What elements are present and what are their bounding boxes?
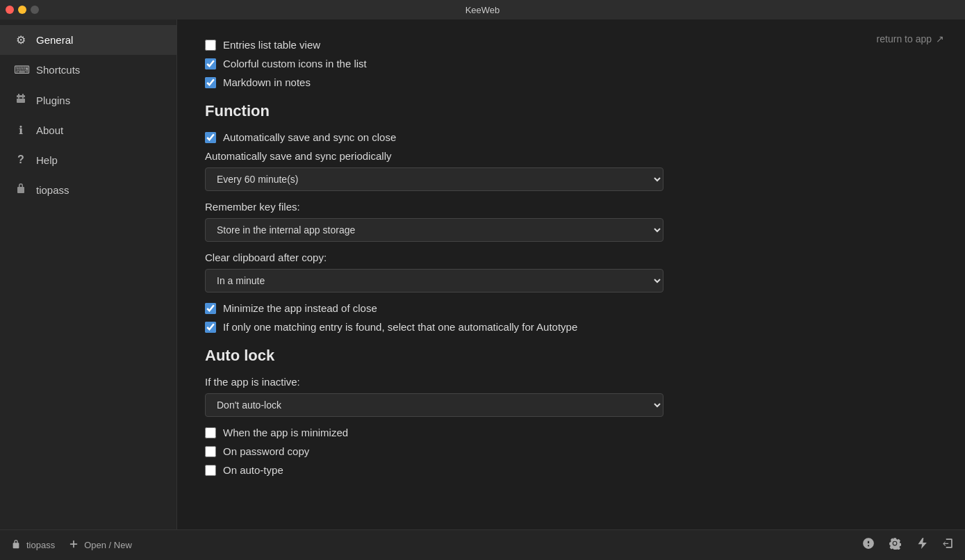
lock-auto-type-label: On auto-type xyxy=(223,464,283,476)
minimize-button[interactable] xyxy=(18,6,26,14)
sidebar-label-tiopass: tiopass xyxy=(36,184,69,196)
checkbox-minimize-instead-close: Minimize the app instead of close xyxy=(205,302,937,314)
clear-clipboard-select[interactable]: In a minute Never After 30 seconds After… xyxy=(205,269,663,293)
titlebar: KeeWeb xyxy=(0,0,965,19)
remember-key-files-field: Remember key files: Store in the interna… xyxy=(205,201,937,242)
autotype-single-match-checkbox[interactable] xyxy=(205,322,216,333)
bottom-lock-icon xyxy=(11,539,21,551)
bolt-bottom-icon[interactable] xyxy=(915,537,927,553)
exit-bottom-icon[interactable] xyxy=(941,537,954,553)
markdown-notes-checkbox[interactable] xyxy=(205,77,216,88)
bottom-open-new-label: Open / New xyxy=(84,540,132,550)
auto-save-periodic-label: Automatically save and sync periodically xyxy=(205,150,937,162)
sidebar-item-help[interactable]: ? Help xyxy=(0,145,176,174)
checkbox-lock-auto-type: On auto-type xyxy=(205,464,937,476)
remember-key-files-label: Remember key files: xyxy=(205,201,937,213)
help-icon: ? xyxy=(14,154,28,166)
about-icon: ℹ xyxy=(14,124,28,137)
checkbox-entries-list-table-view: Entries list table view xyxy=(205,39,937,51)
lock-icon xyxy=(14,183,28,197)
inactive-select[interactable]: Don't auto-lock After 1 minute After 5 m… xyxy=(205,393,663,417)
auto-save-periodic-field: Automatically save and sync periodically… xyxy=(205,150,937,191)
bottom-plus-icon xyxy=(69,539,79,551)
checkbox-auto-save-sync-close: Automatically save and sync on close xyxy=(205,131,937,143)
checkbox-lock-password-copy: On password copy xyxy=(205,445,937,457)
sidebar-item-shortcuts[interactable]: ⌨ Shortcuts xyxy=(0,55,176,85)
bottom-left-section: tiopass Open / New xyxy=(11,539,132,551)
auto-lock-heading: Auto lock xyxy=(205,347,937,365)
function-section: Function Automatically save and sync on … xyxy=(205,102,937,333)
auto-save-sync-close-label: Automatically save and sync on close xyxy=(223,131,396,143)
minimize-instead-close-label: Minimize the app instead of close xyxy=(223,302,377,314)
lock-minimized-label: When the app is minimized xyxy=(223,427,348,438)
colorful-icons-checkbox[interactable] xyxy=(205,58,216,69)
checkbox-colorful-icons: Colorful custom icons in the list xyxy=(205,58,937,69)
return-to-app-button[interactable]: return to app ↗ xyxy=(877,33,944,44)
auto-save-sync-close-checkbox[interactable] xyxy=(205,132,216,143)
inactive-field: If the app is inactive: Don't auto-lock … xyxy=(205,376,937,417)
sidebar-label-about: About xyxy=(36,124,63,136)
main-layout: ⚙ General ⌨ Shortcuts Plugins ℹ About xyxy=(0,19,965,529)
traffic-lights xyxy=(6,6,39,14)
sidebar-item-general[interactable]: ⚙ General xyxy=(0,25,176,55)
clear-clipboard-field: Clear clipboard after copy: In a minute … xyxy=(205,252,937,293)
lock-password-copy-label: On password copy xyxy=(223,445,309,457)
shortcuts-icon: ⌨ xyxy=(14,63,28,76)
lock-password-copy-checkbox[interactable] xyxy=(205,446,216,457)
colorful-icons-label: Colorful custom icons in the list xyxy=(223,58,367,69)
entries-list-table-view-checkbox[interactable] xyxy=(205,40,216,51)
checkbox-lock-minimized: When the app is minimized xyxy=(205,427,937,438)
function-heading: Function xyxy=(205,102,937,120)
sidebar-item-plugins[interactable]: Plugins xyxy=(0,85,176,115)
sidebar-label-help: Help xyxy=(36,154,58,166)
plugins-icon xyxy=(14,93,28,107)
return-to-app-label: return to app xyxy=(877,33,932,44)
return-arrow-icon: ↗ xyxy=(936,33,944,44)
bottom-tiopass-label: tiopass xyxy=(26,540,55,550)
general-icon: ⚙ xyxy=(14,33,28,47)
autotype-single-match-label: If only one matching entry is found, sel… xyxy=(223,321,577,333)
help-bottom-icon[interactable] xyxy=(862,537,875,553)
bottom-tiopass-item[interactable]: tiopass xyxy=(11,539,55,551)
lock-minimized-checkbox[interactable] xyxy=(205,427,216,438)
inactive-label: If the app is inactive: xyxy=(205,376,937,388)
sidebar-item-tiopass[interactable]: tiopass xyxy=(0,174,176,205)
checkbox-markdown-notes: Markdown in notes xyxy=(205,76,937,88)
content-area: return to app ↗ Entries list table view … xyxy=(177,19,965,529)
sidebar-label-plugins: Plugins xyxy=(36,94,70,106)
clear-clipboard-label: Clear clipboard after copy: xyxy=(205,252,937,263)
sidebar-label-general: General xyxy=(36,34,73,46)
appearance-section: Entries list table view Colorful custom … xyxy=(205,39,937,88)
auto-save-periodic-select[interactable]: Every 60 minute(s) Every 30 minute(s) Ev… xyxy=(205,167,663,191)
entries-list-table-view-label: Entries list table view xyxy=(223,39,320,51)
bottom-right-section xyxy=(862,537,954,553)
maximize-button xyxy=(31,6,39,14)
sidebar-item-about[interactable]: ℹ About xyxy=(0,115,176,145)
remember-key-files-select[interactable]: Store in the internal app storage Don't … xyxy=(205,218,663,242)
lock-auto-type-checkbox[interactable] xyxy=(205,465,216,476)
close-button[interactable] xyxy=(6,6,14,14)
bottom-bar: tiopass Open / New xyxy=(0,529,965,560)
sidebar: ⚙ General ⌨ Shortcuts Plugins ℹ About xyxy=(0,19,177,529)
checkbox-autotype-single-match: If only one matching entry is found, sel… xyxy=(205,321,937,333)
sidebar-label-shortcuts: Shortcuts xyxy=(36,64,80,76)
minimize-instead-close-checkbox[interactable] xyxy=(205,303,216,314)
markdown-notes-label: Markdown in notes xyxy=(223,76,311,88)
app-title: KeeWeb xyxy=(465,5,500,15)
bottom-open-new-item[interactable]: Open / New xyxy=(69,539,132,551)
settings-bottom-icon[interactable] xyxy=(889,537,901,553)
sidebar-nav: ⚙ General ⌨ Shortcuts Plugins ℹ About xyxy=(0,19,176,529)
auto-lock-section: Auto lock If the app is inactive: Don't … xyxy=(205,347,937,476)
